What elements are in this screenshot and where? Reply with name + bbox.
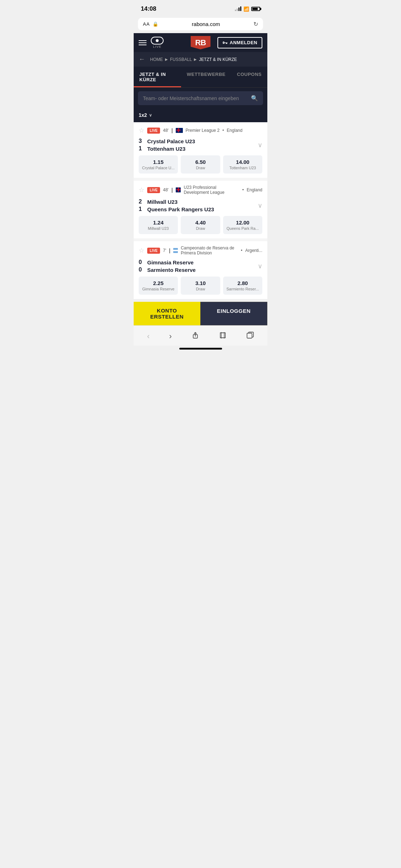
breadcrumb-sep1: ▶ [165,57,168,61]
nav-share-button[interactable] [189,329,201,343]
favorite-icon[interactable]: ☆ [139,126,144,134]
odd-label: Crystal Palace U... [141,166,176,170]
score-away: 1 [139,206,144,212]
key-icon: 🗝 [222,40,228,46]
odd-away[interactable]: 12.00 Queens Park Ra... [223,216,262,234]
team-home: Crystal Palace U23 [147,138,195,144]
search-icon: 🔍 [251,95,258,102]
bottom-cta: KONTO ERSTELLEN EINLOGGEN [134,302,267,325]
odd-value: 14.00 [225,159,260,165]
aa-label[interactable]: AA [143,21,150,27]
login-button[interactable]: 🗝 ANMELDEN [217,37,262,48]
search-bar: Team- oder Meisterschaftsnamen eingeben … [134,88,267,109]
country-sep: • [241,248,242,253]
odd-value: 3.10 [183,280,218,286]
odd-value: 1.24 [141,219,176,226]
filter-label: 1x2 [139,112,147,118]
odds-row: 2.25 Gimnasia Reserve 3.10 Draw 2.80 Sar… [139,277,262,295]
teams-scores: 3 Crystal Palace U23 1 Tottenham U23 [139,138,195,152]
odd-label: Draw [183,226,218,231]
login-label: ANMELDEN [230,40,257,45]
wifi-icon: 📶 [243,6,249,12]
odd-away[interactable]: 14.00 Tottenham U23 [223,155,262,174]
address-bar[interactable]: AA 🔒 rabona.com ↻ [138,18,263,30]
expand-icon[interactable]: ∨ [258,141,262,149]
tab-jetzt[interactable]: JETZT & IN KÜRZE [134,67,181,87]
filter-row[interactable]: 1x2 ∨ [134,109,267,122]
live-button[interactable]: LIVE [151,37,164,48]
match-teams: 3 Crystal Palace U23 1 Tottenham U23 ∨ [139,138,262,152]
signal-icon [235,7,241,11]
svg-rect-1 [247,333,252,338]
match-card: ☆ LIVE 48' | U23 Professional Developmen… [134,181,267,238]
team-away: Sarmiento Reserve [147,267,196,273]
league-name: Premier League 2 [186,128,220,133]
match-time-sep: | [171,187,173,193]
teams-scores: 0 Gimnasia Reserve 0 Sarmiento Reserve [139,259,196,273]
app-header: LIVE RB 🗝 ANMELDEN [134,33,267,52]
team-home: Millwall U23 [147,199,178,205]
favorite-icon[interactable]: ☆ [139,186,144,194]
battery-icon [251,7,260,11]
status-time: 14:08 [141,5,156,12]
odd-label: Gimnasia Reserve [141,287,176,291]
match-time: 48' [163,128,169,133]
country-name: • [222,128,224,133]
odd-draw[interactable]: 4.40 Draw [181,216,220,234]
match-time: 7' [163,248,166,253]
create-account-button[interactable]: KONTO ERSTELLEN [134,302,200,325]
expand-icon[interactable]: ∨ [258,202,262,210]
match-time-sep: | [171,128,173,133]
home-bar [179,348,222,350]
matches-list: ☆ LIVE 48' | Premier League 2 • England … [134,122,267,299]
nav-bookmarks-button[interactable] [217,329,229,343]
odd-label: Draw [183,287,218,291]
flag-icon [176,187,181,192]
tab-wettbewerbe[interactable]: WETTBEWERBE [181,67,231,87]
breadcrumb-text: HOME ▶ FUSSBALL ▶ JETZT & IN KÜRZE [150,57,237,62]
status-icons: 📶 [235,6,260,12]
team-away: Tottenham U23 [147,146,185,152]
back-arrow-icon[interactable]: ← [139,56,145,63]
expand-icon[interactable]: ∨ [258,262,262,270]
tab-coupons[interactable]: COUPONS [231,67,267,87]
nav-back-button[interactable]: ‹ [145,330,151,343]
odd-draw[interactable]: 3.10 Draw [181,277,220,295]
breadcrumb-home[interactable]: HOME [150,57,163,62]
odd-home[interactable]: 2.25 Gimnasia Reserve [139,277,178,295]
odd-label: Draw [183,166,218,170]
breadcrumb-sports[interactable]: FUSSBALL [170,57,192,62]
teams-scores: 2 Millwall U23 1 Queens Park Rangers U23 [139,198,214,212]
url-text[interactable]: rabona.com [161,21,251,27]
odd-home[interactable]: 1.24 Millwall U23 [139,216,178,234]
odd-home[interactable]: 1.15 Crystal Palace U... [139,155,178,174]
favorite-icon[interactable]: ☆ [139,247,144,254]
breadcrumb-sep2: ▶ [194,57,197,61]
refresh-icon[interactable]: ↻ [253,21,258,27]
odd-value: 1.15 [141,159,176,165]
logo[interactable]: RB [191,36,211,50]
score-home: 3 [139,138,144,144]
odd-away[interactable]: 2.80 Sarmiento Reser... [223,277,262,295]
match-header: ☆ LIVE 48' | U23 Professional Developmen… [139,185,262,195]
odd-label: Millwall U23 [141,226,176,231]
search-input-wrapper[interactable]: Team- oder Meisterschaftsnamen eingeben … [138,91,263,105]
match-teams: 0 Gimnasia Reserve 0 Sarmiento Reserve ∨ [139,259,262,273]
nav-forward-button[interactable]: › [167,330,174,343]
match-time-sep: | [169,248,170,253]
odd-value: 6.50 [183,159,218,165]
breadcrumb: ← HOME ▶ FUSSBALL ▶ JETZT & IN KÜRZE [134,52,267,67]
odd-label: Tottenham U23 [225,166,260,170]
rb-logo-text: RB [191,36,211,50]
einloggen-button[interactable]: EINLOGGEN [200,302,268,325]
team-row: 1 Tottenham U23 [139,145,195,152]
team-row: 0 Gimnasia Reserve [139,259,196,265]
search-placeholder: Team- oder Meisterschaftsnamen eingeben [143,95,248,101]
score-home: 0 [139,259,144,265]
hamburger-menu-icon[interactable] [139,40,146,45]
odd-draw[interactable]: 6.50 Draw [181,155,220,174]
match-card: ☆ LIVE 48' | Premier League 2 • England … [134,122,267,178]
nav-tabs-button[interactable] [244,329,256,343]
browser-bar: AA 🔒 rabona.com ↻ [134,16,267,33]
team-row: 3 Crystal Palace U23 [139,138,195,144]
